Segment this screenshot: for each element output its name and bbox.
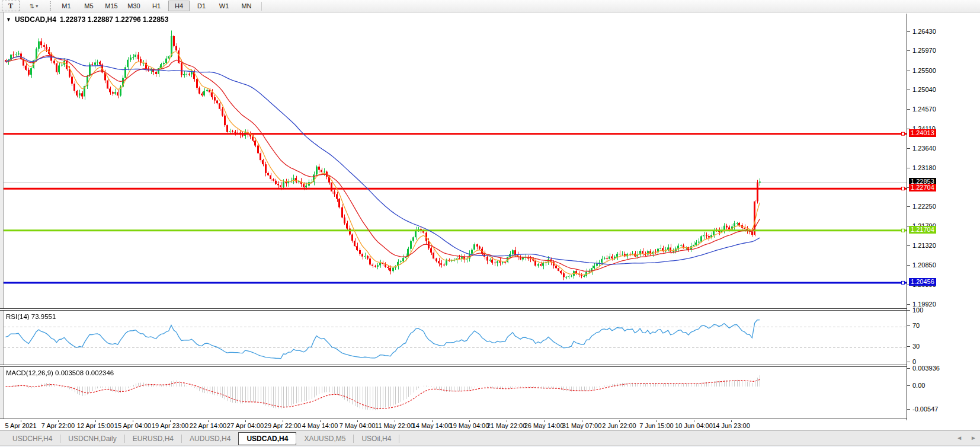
rsi-tick-mark <box>907 310 910 311</box>
rsi-level-label: 100 <box>912 306 923 314</box>
panel-separator[interactable] <box>0 365 980 367</box>
price-tick-mark <box>907 109 910 110</box>
price-line-label[interactable]: 1.21704 <box>909 226 936 234</box>
tab-scroll-left-icon[interactable]: ◄ <box>956 435 962 441</box>
time-tick-label: 19 Apr 23:00 <box>152 422 188 429</box>
timeframe-button-d1[interactable]: D1 <box>191 1 212 11</box>
chart-tab-usdchf-h4[interactable]: USDCHF,H4 <box>5 433 60 445</box>
time-tick-label: 14 Jun 23:00 <box>712 422 750 429</box>
chart-tabs: USDCHF,H4USDCNH,DailyEURUSD,H4AUDUSD,H4U… <box>5 432 399 445</box>
price-line-label[interactable]: 1.22704 <box>909 184 936 191</box>
timeframe-button-w1[interactable]: W1 <box>213 1 235 11</box>
timeframe-button-h4[interactable]: H4 <box>168 1 190 11</box>
time-tick-label: 10 Jun 04:00 <box>675 422 713 429</box>
chart-tab-audusd-h4[interactable]: AUDUSD,H4 <box>182 433 238 445</box>
price-tick-mark <box>907 148 910 149</box>
price-tick-mark <box>907 168 910 168</box>
rsi-tick-mark <box>907 346 910 347</box>
price-tick-label: 1.23640 <box>912 145 936 152</box>
time-tick-label: 7 Jun 15:00 <box>639 422 674 429</box>
price-tick-mark <box>907 206 910 207</box>
chart-tab-usdcad-h4[interactable]: USDCAD,H4 <box>238 432 296 445</box>
rsi-tick-mark <box>907 362 910 362</box>
price-axis[interactable]: 1.264301.259701.255001.250401.245701.241… <box>907 14 980 420</box>
text-tool-button[interactable]: T <box>2 1 20 11</box>
price-tick-label: 1.25040 <box>912 86 936 93</box>
time-tick-label: 27 Apr 04:00 <box>227 422 264 429</box>
timeframe-button-m30[interactable]: M30 <box>123 1 145 11</box>
time-tick-label: 5 Apr 2021 <box>5 422 36 429</box>
time-tick-label: 19 May 04:00 <box>450 422 489 429</box>
time-tick-label: 7 Apr 22:00 <box>41 422 75 429</box>
chart-symbol-period: USDCAD,H4 <box>15 15 56 24</box>
chart-window: ▼ USDCAD,H4 1.22873 1.22887 1.22796 1.22… <box>0 12 980 447</box>
chart-tab-xauusd-m5[interactable]: XAUUSD,M5 <box>296 433 353 445</box>
rsi-tick-mark <box>907 325 910 326</box>
price-tick-label: 1.21320 <box>912 242 936 249</box>
macd-tick-mark <box>907 409 910 410</box>
timeframe-group: M1M5M15M30H1H4D1W1MN <box>55 1 258 11</box>
price-tick-label: 1.24570 <box>912 106 936 113</box>
price-tick-label: 1.22250 <box>912 203 936 210</box>
toolbar-separator <box>261 2 262 11</box>
macd-scale-label: 0.00 <box>912 382 925 389</box>
time-tick-label: 4 May 14:00 <box>302 422 338 429</box>
rsi-indicator-label: RSI(14) 73.9551 <box>6 313 56 320</box>
chart-title: ▼ USDCAD,H4 1.22873 1.22887 1.22796 1.22… <box>6 15 168 24</box>
time-tick-label: 31 May 07:00 <box>562 422 602 429</box>
macd-scale-label: -0.00547 <box>912 406 938 413</box>
price-line-label[interactable]: 1.24013 <box>909 129 936 137</box>
time-tick-label: 11 May 22:00 <box>375 422 414 429</box>
timeframe-button-m5[interactable]: M5 <box>78 1 100 11</box>
tab-scroll-buttons: ◄ ► <box>956 435 976 441</box>
price-tick-mark <box>907 71 910 71</box>
timeframe-button-m15[interactable]: M15 <box>101 1 122 11</box>
rsi-level-label: 70 <box>912 322 920 329</box>
time-axis[interactable]: 5 Apr 20217 Apr 22:0012 Apr 15:0015 Apr … <box>0 420 980 430</box>
time-tick-label: 29 Apr 22:00 <box>264 422 301 429</box>
rsi-panel-canvas[interactable] <box>0 311 907 365</box>
price-tick-mark <box>907 50 910 51</box>
macd-indicator-label: MACD(12,26,9) 0.003508 0.002346 <box>6 369 114 376</box>
time-tick-label: 26 May 14:00 <box>524 422 564 429</box>
macd-tick-mark <box>907 368 910 369</box>
mt4-terminal: T ⇅ ▾ M1M5M15M30H1H4D1W1MN ▼ USDCAD,H4 1… <box>0 0 980 447</box>
panel-separator[interactable] <box>0 308 980 311</box>
arrange-icon: ⇅ <box>30 3 34 9</box>
time-tick-label: 22 Apr 14:00 <box>190 422 226 429</box>
price-tick-label: 1.23180 <box>912 164 936 171</box>
chart-tab-usoil-h4[interactable]: USOil,H4 <box>354 433 399 445</box>
arrange-charts-button[interactable]: ⇅ ▾ <box>21 1 47 11</box>
macd-panel-canvas[interactable] <box>0 367 907 419</box>
chart-tab-bar: USDCHF,H4USDCNH,DailyEURUSD,H4AUDUSD,H4U… <box>0 430 980 446</box>
time-tick-label: 15 Apr 04:00 <box>114 422 151 429</box>
tab-divider <box>399 435 399 443</box>
price-tick-mark <box>907 265 910 266</box>
chart-menu-caret-icon[interactable]: ▼ <box>6 17 11 23</box>
price-tick-mark <box>907 90 910 90</box>
dropdown-caret-icon: ▾ <box>36 4 38 9</box>
chart-tab-usdcnh-daily[interactable]: USDCNH,Daily <box>60 433 124 445</box>
price-tick-label: 1.26430 <box>912 28 936 35</box>
toolbar: T ⇅ ▾ M1M5M15M30H1H4D1W1MN <box>0 0 980 12</box>
timeframe-button-m1[interactable]: M1 <box>56 1 77 11</box>
time-tick-label: 14 May 14:00 <box>412 422 452 429</box>
chart-tab-eurusd-h4[interactable]: EURUSD,H4 <box>125 433 181 445</box>
toolbar-grip <box>50 1 53 11</box>
price-tick-label: 1.25970 <box>912 47 936 54</box>
price-chart-canvas[interactable] <box>0 14 907 308</box>
price-line-label[interactable]: 1.20456 <box>909 278 936 286</box>
chart-ohlc-quotes: 1.22873 1.22887 1.22796 1.22853 <box>60 15 169 24</box>
timeframe-button-h1[interactable]: H1 <box>146 1 167 11</box>
price-tick-label: 1.20850 <box>912 261 936 269</box>
macd-scale-label: 0.003936 <box>912 365 940 372</box>
time-tick-label: 2 Jun 22:00 <box>602 422 636 429</box>
time-tick-label: 12 Apr 15:00 <box>77 422 114 429</box>
time-tick-label: 21 May 22:00 <box>487 422 527 429</box>
rsi-level-label: 30 <box>912 343 920 350</box>
macd-tick-mark <box>907 385 910 386</box>
price-tick-mark <box>907 304 910 305</box>
timeframe-button-mn[interactable]: MN <box>236 1 257 11</box>
tab-scroll-right-icon[interactable]: ► <box>971 435 976 441</box>
price-tick-mark <box>907 31 910 32</box>
